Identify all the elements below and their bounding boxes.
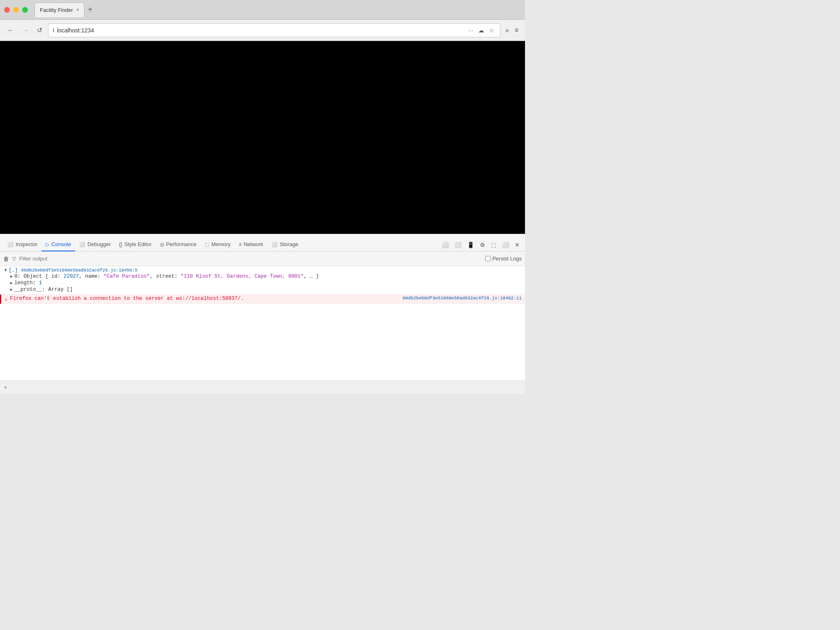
pocket-button[interactable]: ☁: [477, 26, 486, 34]
frame-button[interactable]: ⬜: [440, 240, 451, 249]
child-entry-2: __proto__: Array []: [14, 287, 73, 292]
url-display: localhost:1234: [57, 27, 464, 34]
debugger-icon: ⬜: [79, 242, 85, 247]
console-entry-error: ⚠ Firefox can't establish a connection t…: [0, 294, 525, 304]
tab-close-icon[interactable]: ×: [76, 7, 79, 13]
webpage-viewport: [0, 41, 525, 234]
inspector-label: Inspector: [16, 241, 37, 247]
nav-right-controls: » ≡: [504, 25, 520, 36]
tab-network[interactable]: ≡ Network: [235, 238, 267, 251]
tab-debugger[interactable]: ⬜ Debugger: [75, 238, 115, 251]
close-button[interactable]: [4, 7, 10, 13]
console-icon: ▷: [46, 242, 49, 247]
memory-label: Memory: [211, 241, 231, 247]
storage-icon: ⬜: [272, 242, 278, 247]
nav-bar: ← → ↺ ℹ localhost:1234 ··· ☁ ☆ » ≡: [0, 20, 525, 41]
storage-label: Storage: [280, 241, 299, 247]
tab-inspector[interactable]: ⬜ Inspector: [3, 238, 41, 251]
child-expand-0[interactable]: ▶: [10, 274, 13, 279]
error-icon: ⚠: [5, 296, 7, 302]
inspector-icon: ⬜: [7, 242, 14, 247]
extensions-button[interactable]: »: [504, 25, 511, 36]
console-log-source[interactable]: 00db2beb0df3e51060e50ad932ac6f29.js:1845…: [21, 268, 138, 273]
tab-storage[interactable]: ⬜ Storage: [267, 238, 303, 251]
child-entry-0: 0: Object { id: 22027, name: "Cafe Parad…: [14, 274, 319, 279]
style-editor-icon: {}: [119, 242, 122, 247]
performance-label: Performance: [166, 241, 196, 247]
memory-icon: ⬚: [205, 242, 209, 247]
detach-button[interactable]: ⬜: [500, 240, 511, 249]
filter-icon: ▽: [12, 256, 16, 262]
console-output: ▶ […] 00db2beb0df3e51060e50ad932ac6f29.j…: [0, 266, 525, 381]
devtools-toolbar: ⬜ Inspector ▷ Console ⬜ Debugger {} Styl…: [0, 234, 525, 251]
console-log-children: ▶ 0: Object { id: 22027, name: "Cafe Par…: [10, 273, 522, 293]
child-expand-1[interactable]: ▶: [10, 281, 13, 285]
child-entry-1: length: 1: [14, 280, 42, 286]
traffic-lights: [4, 7, 28, 13]
tab-title: Facility Finder: [40, 7, 73, 13]
filter-bar: 🗑 ▽ Persist Logs: [0, 251, 525, 266]
close-devtools-button[interactable]: ✕: [513, 240, 522, 249]
settings-button[interactable]: ⚙: [478, 240, 487, 249]
clear-console-button[interactable]: 🗑: [3, 256, 9, 262]
reload-button[interactable]: ↺: [34, 25, 45, 36]
popup-button[interactable]: ⬜: [452, 240, 463, 249]
address-actions: ··· ☁ ☆: [467, 26, 496, 34]
more-options-button[interactable]: ···: [467, 26, 475, 34]
menu-button[interactable]: ≡: [513, 25, 520, 36]
forward-button[interactable]: →: [20, 25, 31, 36]
filter-input[interactable]: [19, 256, 482, 262]
title-bar: Facility Finder × +: [0, 0, 525, 20]
network-icon: ≡: [239, 242, 242, 247]
tab-console[interactable]: ▷ Console: [41, 238, 75, 251]
style-editor-label: Style Editor: [124, 241, 151, 247]
persist-logs-control: Persist Logs: [485, 256, 522, 262]
split-button[interactable]: ⬚: [489, 240, 498, 249]
cmd-arrow-icon: »: [4, 385, 7, 390]
console-label: Console: [51, 241, 71, 247]
tab-performance[interactable]: ◎ Performance: [156, 238, 201, 251]
persist-logs-checkbox[interactable]: [485, 256, 491, 261]
performance-icon: ◎: [160, 242, 164, 247]
bookmark-button[interactable]: ☆: [487, 26, 496, 34]
console-entry-log: ▶ […] 00db2beb0df3e51060e50ad932ac6f29.j…: [0, 266, 525, 294]
tab-style-editor[interactable]: {} Style Editor: [115, 238, 156, 251]
debugger-label: Debugger: [87, 241, 111, 247]
devtools-panel: ⬜ Inspector ▷ Console ⬜ Debugger {} Styl…: [0, 234, 525, 394]
tab-memory[interactable]: ⬚ Memory: [201, 238, 235, 251]
new-tab-button[interactable]: +: [88, 5, 93, 14]
console-log-array-label: […]: [9, 267, 18, 273]
tab-bar: Facility Finder × +: [34, 2, 521, 17]
info-icon: ℹ: [52, 27, 55, 33]
child-expand-2[interactable]: ▶: [10, 287, 13, 292]
expand-arrow-icon[interactable]: ▶: [3, 269, 8, 272]
back-button[interactable]: ←: [5, 25, 16, 36]
console-error-source[interactable]: 00db2beb0df3e51060e50ad932ac6f29.js:1848…: [403, 296, 522, 301]
active-tab[interactable]: Facility Finder ×: [34, 2, 84, 17]
persist-logs-label: Persist Logs: [492, 256, 522, 262]
network-label: Network: [244, 241, 263, 247]
devtools-right-controls: ⬜ ⬜ 📱 ⚙ ⬚ ⬜ ✕: [440, 240, 522, 251]
minimize-button[interactable]: [13, 7, 19, 13]
maximize-button[interactable]: [22, 7, 28, 13]
responsive-button[interactable]: 📱: [465, 240, 476, 249]
address-bar[interactable]: ℹ localhost:1234 ··· ☁ ☆: [48, 23, 500, 37]
bottom-bar: »: [0, 381, 525, 394]
console-command-input: »: [4, 385, 7, 390]
console-error-text: Firefox can't establish a connection to …: [10, 296, 399, 301]
